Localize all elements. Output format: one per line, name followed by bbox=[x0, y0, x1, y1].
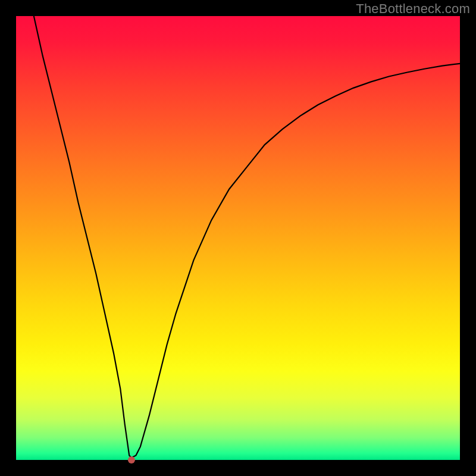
optimum-marker bbox=[128, 456, 135, 464]
bottleneck-chart bbox=[0, 0, 476, 476]
watermark-text: TheBottleneck.com bbox=[356, 1, 470, 17]
plot-background bbox=[16, 16, 460, 460]
chart-container: { "watermark": "TheBottleneck.com", "cha… bbox=[0, 0, 476, 476]
